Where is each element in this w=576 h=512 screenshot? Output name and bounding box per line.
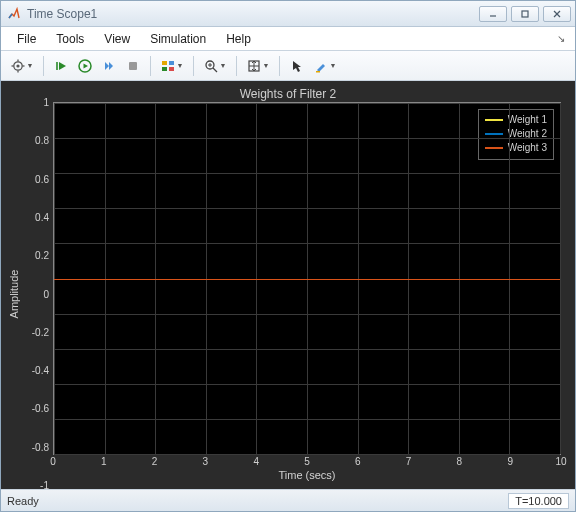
chart-canvas[interactable]: Weight 1Weight 2Weight 3 [53, 102, 561, 455]
x-tick: 8 [457, 456, 463, 467]
cursor-measure-button[interactable] [286, 55, 308, 77]
x-tick: 6 [355, 456, 361, 467]
config-button[interactable]: ▼ [7, 55, 37, 77]
x-tick: 0 [50, 456, 56, 467]
run-button[interactable] [74, 55, 96, 77]
y-tick: 0 [43, 288, 49, 299]
menu-tools[interactable]: Tools [46, 29, 94, 49]
title-bar[interactable]: Time Scope1 [1, 1, 575, 27]
y-tick: 0.6 [35, 173, 49, 184]
gear-icon [11, 59, 25, 73]
highlight-button[interactable]: ▼ [310, 55, 340, 77]
x-tick: 3 [203, 456, 209, 467]
x-axis-label: Time (secs) [53, 469, 561, 485]
chevron-down-icon: ▼ [220, 62, 227, 69]
y-tick: -0.2 [32, 326, 49, 337]
cursor-icon [290, 59, 304, 73]
x-tick: 2 [152, 456, 158, 467]
svg-line-17 [213, 68, 217, 72]
chevron-down-icon: ▼ [177, 62, 184, 69]
toolbar: ▼ ▼ ▼ ▼ [1, 51, 575, 81]
menu-view[interactable]: View [94, 29, 140, 49]
plot-area: Weights of Filter 2 Amplitude -1-0.8-0.6… [1, 81, 575, 489]
x-tick: 10 [555, 456, 566, 467]
legend-item[interactable]: Weight 3 [485, 141, 547, 155]
y-tick: 0.2 [35, 250, 49, 261]
legend-swatch [485, 147, 503, 149]
stop-icon [126, 59, 140, 73]
y-axis-label: Amplitude [8, 269, 20, 318]
y-tick: -0.6 [32, 403, 49, 414]
menu-help[interactable]: Help [216, 29, 261, 49]
status-time: T=10.000 [508, 493, 569, 509]
series-weight-3 [54, 279, 560, 280]
highlight-icon [314, 59, 328, 73]
toolbar-separator [236, 56, 237, 76]
zoom-button[interactable]: ▼ [200, 55, 230, 77]
svg-rect-15 [169, 67, 174, 71]
step-forward-icon [102, 59, 116, 73]
y-tick: 1 [43, 97, 49, 108]
time-scope-window: Time Scope1 File Tools View Simulation H… [0, 0, 576, 512]
svg-point-5 [16, 64, 19, 67]
svg-rect-13 [169, 61, 174, 65]
y-axis-ticks: -1-0.8-0.6-0.4-0.200.20.40.60.81 [23, 102, 53, 485]
svg-rect-23 [316, 71, 320, 73]
y-tick: 0.8 [35, 135, 49, 146]
toolbar-separator [150, 56, 151, 76]
x-tick: 7 [406, 456, 412, 467]
maximize-button[interactable] [511, 6, 539, 22]
matlab-icon [7, 7, 21, 21]
legend-label: Weight 3 [508, 141, 547, 155]
svg-rect-14 [162, 67, 167, 71]
zoom-in-icon [204, 59, 218, 73]
status-ready: Ready [7, 495, 39, 507]
chevron-down-icon: ▼ [263, 62, 270, 69]
minimize-button[interactable] [479, 6, 507, 22]
toolbar-separator [279, 56, 280, 76]
layout-button[interactable]: ▼ [157, 55, 187, 77]
window-title: Time Scope1 [27, 7, 475, 21]
legend[interactable]: Weight 1Weight 2Weight 3 [478, 109, 554, 160]
y-tick: -0.4 [32, 365, 49, 376]
menu-overflow-icon[interactable]: ↘ [557, 33, 569, 44]
legend-item[interactable]: Weight 1 [485, 113, 547, 127]
svg-rect-11 [129, 62, 137, 70]
stop-button[interactable] [122, 55, 144, 77]
y-tick: -0.8 [32, 441, 49, 452]
autoscale-button[interactable]: ▼ [243, 55, 273, 77]
toolbar-separator [193, 56, 194, 76]
chart-title: Weights of Filter 2 [5, 85, 571, 102]
restart-icon [54, 59, 68, 73]
x-tick: 5 [304, 456, 310, 467]
y-tick: -1 [40, 480, 49, 491]
svg-rect-12 [162, 61, 167, 65]
layout-icon [161, 59, 175, 73]
run-icon [78, 59, 92, 73]
legend-swatch [485, 119, 503, 121]
chevron-down-icon: ▼ [27, 62, 34, 69]
x-axis-ticks: 012345678910 [53, 455, 561, 469]
svg-rect-1 [522, 11, 528, 17]
menu-simulation[interactable]: Simulation [140, 29, 216, 49]
menu-file[interactable]: File [7, 29, 46, 49]
status-bar: Ready T=10.000 [1, 489, 575, 511]
legend-label: Weight 1 [508, 113, 547, 127]
toolbar-separator [43, 56, 44, 76]
x-tick: 9 [507, 456, 513, 467]
menu-bar: File Tools View Simulation Help ↘ [1, 27, 575, 51]
x-tick: 1 [101, 456, 107, 467]
step-forward-button[interactable] [98, 55, 120, 77]
x-tick: 4 [253, 456, 259, 467]
chevron-down-icon: ▼ [330, 62, 337, 69]
y-tick: 0.4 [35, 211, 49, 222]
restart-button[interactable] [50, 55, 72, 77]
close-button[interactable] [543, 6, 571, 22]
legend-swatch [485, 133, 503, 135]
autoscale-icon [247, 59, 261, 73]
